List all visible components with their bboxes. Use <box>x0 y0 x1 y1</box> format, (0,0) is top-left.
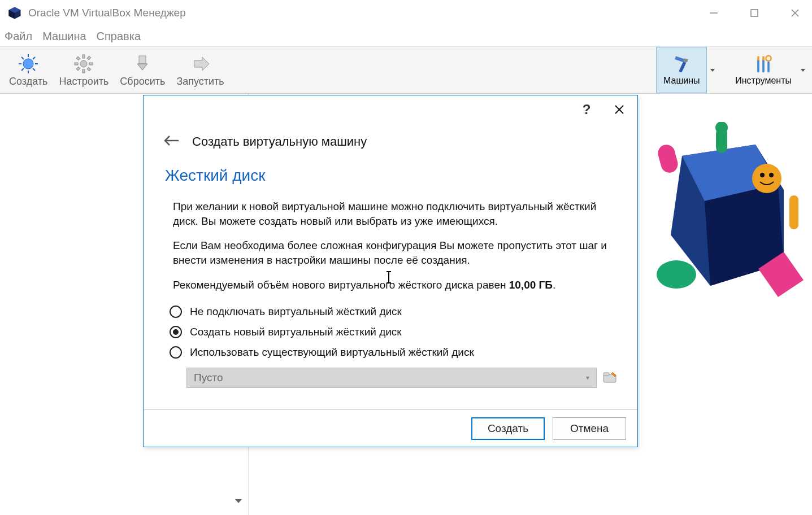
dialog-footer: Создать Отмена <box>144 409 637 447</box>
svg-rect-32 <box>757 59 759 73</box>
svg-line-13 <box>33 68 35 71</box>
start-arrow-icon <box>190 53 211 75</box>
svg-line-12 <box>21 57 24 59</box>
svg-rect-56 <box>603 373 609 376</box>
toolbar-settings-label: Настроить <box>59 76 108 88</box>
create-button[interactable]: Создать <box>471 417 545 440</box>
radio-icon <box>170 346 182 359</box>
menu-file[interactable]: Файл <box>5 30 32 43</box>
hammer-icon <box>671 54 692 76</box>
virtualbox-logo-illustration <box>637 122 806 308</box>
toolbar-discard-label: Сбросить <box>120 76 165 88</box>
svg-point-16 <box>80 60 87 67</box>
radio-icon <box>170 305 182 318</box>
svg-marker-26 <box>137 64 147 70</box>
svg-rect-33 <box>757 56 759 60</box>
tools-dropdown-chevron[interactable] <box>797 47 809 93</box>
svg-line-14 <box>33 57 35 59</box>
svg-point-48 <box>657 260 696 289</box>
toolbar-machines-button[interactable]: Машины <box>656 47 707 93</box>
cancel-button-label: Отмена <box>570 422 609 435</box>
toolbar-settings-button[interactable]: Настроить <box>53 47 114 93</box>
description-2: Если Вам необходима более сложная конфиг… <box>173 238 618 267</box>
toolbar-create-button[interactable]: Создать <box>3 47 53 93</box>
browse-disk-button[interactable] <box>602 371 618 385</box>
svg-rect-20 <box>89 63 93 65</box>
svg-marker-27 <box>194 57 209 71</box>
disk-options-radio-group: Не подключать виртуальный жёсткий диск С… <box>170 305 618 359</box>
desc3-bold: 10,00 ГБ <box>509 279 553 291</box>
app-icon <box>7 5 23 21</box>
window-title: Oracle VM VirtualBox Менеджер <box>28 7 704 19</box>
svg-rect-34 <box>762 59 765 73</box>
existing-disk-select: Пусто ▾ <box>186 368 597 388</box>
minimize-button[interactable] <box>704 3 724 23</box>
section-title: Жесткий диск <box>165 167 618 185</box>
sidebar-dropdown-chevron[interactable] <box>232 495 245 509</box>
svg-rect-18 <box>82 69 85 73</box>
svg-rect-36 <box>767 62 770 73</box>
radio-create-disk[interactable]: Создать новый виртуальный жёсткий диск <box>170 326 618 338</box>
title-bar: Oracle VM VirtualBox Менеджер <box>0 0 812 26</box>
svg-rect-25 <box>139 56 146 64</box>
tools-icon <box>753 54 774 76</box>
radio-create-disk-label: Создать новый виртуальный жёсткий диск <box>190 326 402 338</box>
toolbar-start-button[interactable]: Запустить <box>171 47 229 93</box>
description-1: При желании к новой виртуальной машине м… <box>173 199 618 228</box>
svg-rect-22 <box>88 67 91 71</box>
select-caret-icon: ▾ <box>586 374 589 382</box>
radio-no-disk[interactable]: Не подключать виртуальный жёсткий диск <box>170 305 618 318</box>
toolbar-tools-label: Инструменты <box>735 76 792 86</box>
toolbar-machines-label: Машины <box>663 76 700 86</box>
gear-icon <box>73 53 94 75</box>
back-arrow-icon[interactable] <box>163 133 180 151</box>
toolbar-discard-button[interactable]: Сбросить <box>114 47 171 93</box>
desc3-prefix: Рекомендуемый объём нового виртуального … <box>173 279 509 291</box>
desc3-suffix: . <box>553 279 555 291</box>
close-button[interactable] <box>785 3 805 23</box>
radio-no-disk-label: Не подключать виртуальный жёсткий диск <box>190 305 402 318</box>
discard-icon <box>132 53 153 75</box>
window-controls <box>704 3 805 23</box>
svg-rect-46 <box>656 143 680 174</box>
description-3: Рекомендуемый объём нового виртуального … <box>173 278 618 293</box>
machines-dropdown-chevron[interactable] <box>707 47 718 93</box>
svg-point-45 <box>769 173 774 177</box>
svg-rect-28 <box>679 61 686 72</box>
dialog-header: ? <box>144 95 637 124</box>
existing-disk-select-value: Пусто <box>194 372 223 384</box>
dialog-close-button[interactable] <box>611 102 627 117</box>
toolbar-start-label: Запустить <box>176 76 224 88</box>
help-button[interactable]: ? <box>579 102 594 117</box>
svg-rect-17 <box>82 55 85 58</box>
svg-rect-35 <box>762 56 765 60</box>
cancel-button[interactable]: Отмена <box>553 417 626 440</box>
svg-marker-38 <box>801 69 805 72</box>
create-button-label: Создать <box>488 422 528 435</box>
radio-existing-disk[interactable]: Использовать существующий виртуальный жё… <box>170 346 618 359</box>
svg-line-15 <box>21 68 24 71</box>
svg-point-43 <box>752 164 781 193</box>
toolbar-create-label: Создать <box>9 76 47 88</box>
maximize-button[interactable] <box>744 3 765 23</box>
toolbar-tools-button[interactable]: Инструменты <box>730 47 797 93</box>
svg-rect-51 <box>789 195 798 229</box>
svg-point-50 <box>715 122 728 134</box>
svg-rect-23 <box>88 56 91 59</box>
menu-machine[interactable]: Машина <box>42 30 86 43</box>
create-vm-dialog: ? Создать виртуальную машину Жесткий дис… <box>143 95 638 447</box>
svg-rect-24 <box>77 67 80 70</box>
svg-point-44 <box>760 173 765 177</box>
svg-point-37 <box>766 56 771 61</box>
radio-existing-disk-label: Использовать существующий виртуальный жё… <box>190 346 474 359</box>
menu-bar: Файл Машина Справка <box>0 26 812 46</box>
svg-rect-4 <box>751 10 758 16</box>
breadcrumb-title: Создать виртуальную машину <box>192 134 367 149</box>
svg-rect-19 <box>75 63 78 65</box>
menu-help[interactable]: Справка <box>97 30 141 43</box>
radio-icon-selected <box>170 326 182 338</box>
sun-new-icon <box>18 53 39 75</box>
existing-disk-select-row: Пусто ▾ <box>186 368 618 388</box>
svg-point-7 <box>23 59 33 69</box>
svg-marker-31 <box>710 69 715 72</box>
